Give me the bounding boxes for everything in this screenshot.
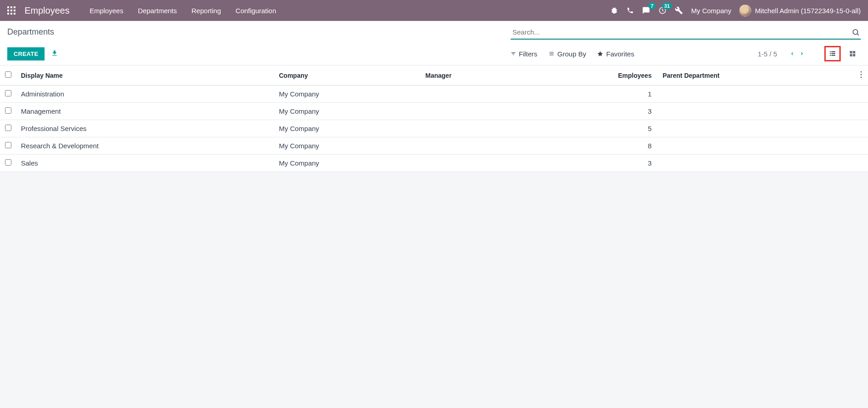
header-parent-department[interactable]: Parent Department	[658, 65, 854, 86]
svg-rect-22	[853, 51, 855, 53]
cell-company: My Company	[274, 103, 421, 120]
chevron-right-icon	[799, 50, 804, 57]
kebab-icon	[860, 71, 862, 78]
favorites-button[interactable]: Favorites	[597, 50, 634, 58]
header-employees[interactable]: Employees	[526, 65, 658, 86]
row-checkbox[interactable]	[5, 142, 11, 148]
svg-rect-5	[14, 10, 15, 11]
view-kanban-button[interactable]	[844, 46, 861, 61]
cell-company: My Company	[274, 137, 421, 155]
list-icon	[548, 51, 555, 56]
top-navbar: Employees Employees Departments Reportin…	[0, 0, 868, 21]
row-checkbox[interactable]	[5, 90, 11, 96]
app-brand[interactable]: Employees	[25, 5, 70, 16]
cell-display-name: Professional Services	[16, 120, 274, 137]
search-icon[interactable]	[852, 28, 860, 38]
cell-manager	[421, 155, 526, 172]
cell-parent-department	[658, 155, 854, 172]
svg-rect-4	[10, 10, 12, 11]
svg-rect-7	[10, 13, 12, 15]
svg-rect-20	[831, 55, 835, 56]
nav-menu-configuration[interactable]: Configuration	[236, 7, 276, 15]
row-checkbox[interactable]	[5, 107, 11, 114]
svg-line-11	[857, 34, 858, 35]
svg-rect-2	[14, 6, 15, 8]
svg-rect-1	[10, 6, 12, 8]
svg-rect-16	[831, 51, 835, 52]
cell-manager	[421, 137, 526, 155]
cell-display-name: Sales	[16, 155, 274, 172]
cell-display-name: Research & Development	[16, 137, 274, 155]
create-button[interactable]: CREATE	[7, 47, 45, 60]
svg-rect-0	[7, 6, 9, 8]
cell-parent-department	[658, 103, 854, 120]
table-row[interactable]: AdministrationMy Company1	[0, 86, 868, 103]
svg-point-26	[860, 74, 862, 75]
messaging-icon[interactable]: 7	[642, 6, 650, 15]
svg-rect-18	[831, 53, 835, 54]
pager[interactable]: 1-5 / 5	[758, 50, 777, 58]
table-row[interactable]: SalesMy Company3	[0, 155, 868, 172]
cell-employees: 3	[526, 155, 658, 172]
cell-manager	[421, 103, 526, 120]
nav-menu-departments[interactable]: Departments	[138, 7, 177, 15]
avatar	[739, 5, 751, 16]
cell-employees: 1	[526, 86, 658, 103]
header-company[interactable]: Company	[274, 65, 421, 86]
chevron-left-icon	[790, 50, 795, 57]
svg-rect-23	[850, 54, 852, 56]
list-view-icon	[828, 50, 837, 57]
columns-menu[interactable]	[854, 65, 868, 86]
header-display-name[interactable]: Display Name	[16, 65, 274, 86]
search-input[interactable]	[511, 25, 861, 40]
svg-rect-3	[7, 10, 9, 11]
user-menu[interactable]: Mitchell Admin (15722349-15-0-all)	[739, 5, 861, 16]
favorites-label: Favorites	[606, 50, 634, 58]
cell-parent-department	[658, 120, 854, 137]
activities-icon[interactable]: 31	[658, 6, 667, 15]
header-manager[interactable]: Manager	[421, 65, 526, 86]
svg-rect-24	[853, 54, 855, 56]
table-row[interactable]: Research & DevelopmentMy Company8	[0, 137, 868, 155]
table-row[interactable]: ManagementMy Company3	[0, 103, 868, 120]
debug-icon[interactable]	[610, 6, 618, 15]
filters-label: Filters	[519, 50, 537, 58]
star-icon	[597, 50, 603, 57]
cell-parent-department	[658, 137, 854, 155]
apps-icon[interactable]	[7, 6, 15, 15]
svg-point-27	[860, 76, 862, 78]
cell-employees: 8	[526, 137, 658, 155]
table-row[interactable]: Professional ServicesMy Company5	[0, 120, 868, 137]
nav-menu-reporting[interactable]: Reporting	[191, 7, 221, 15]
svg-point-10	[853, 30, 858, 35]
filters-button[interactable]: Filters	[511, 50, 537, 58]
tools-icon[interactable]	[675, 6, 683, 15]
svg-point-25	[860, 71, 862, 72]
phone-icon[interactable]	[627, 7, 634, 14]
view-list-button[interactable]	[824, 46, 841, 61]
svg-rect-15	[830, 51, 831, 52]
cell-display-name: Management	[16, 103, 274, 120]
list-view: Display Name Company Manager Employees P…	[0, 65, 868, 172]
select-all-checkbox[interactable]	[5, 71, 11, 78]
company-switcher[interactable]: My Company	[691, 7, 731, 15]
svg-rect-6	[7, 13, 9, 15]
svg-rect-19	[830, 55, 831, 56]
pager-prev[interactable]	[790, 50, 795, 57]
activities-badge: 31	[662, 3, 672, 9]
cell-parent-department	[658, 86, 854, 103]
cell-manager	[421, 86, 526, 103]
cell-company: My Company	[274, 86, 421, 103]
pager-next[interactable]	[799, 50, 804, 57]
groupby-button[interactable]: Group By	[548, 50, 586, 58]
svg-rect-17	[830, 53, 831, 54]
cell-employees: 3	[526, 103, 658, 120]
row-checkbox[interactable]	[5, 125, 11, 131]
nav-menu-employees[interactable]: Employees	[90, 7, 123, 15]
kanban-view-icon	[849, 50, 856, 57]
export-icon[interactable]	[51, 50, 58, 58]
cell-company: My Company	[274, 155, 421, 172]
breadcrumb: Departments	[7, 25, 54, 37]
row-checkbox[interactable]	[5, 159, 11, 166]
nav-menu: Employees Departments Reporting Configur…	[90, 7, 276, 15]
